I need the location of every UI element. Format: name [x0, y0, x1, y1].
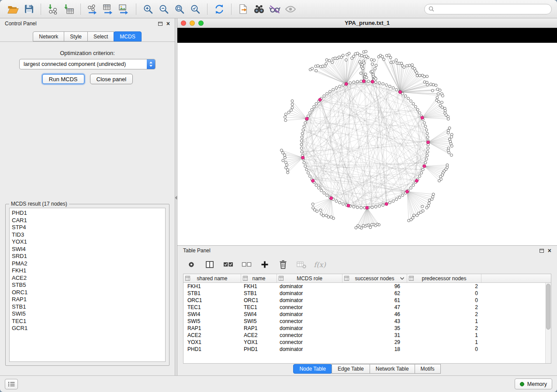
mcds-result-item[interactable]: TEC1	[12, 318, 165, 325]
mcds-result-item[interactable]: SWI5	[12, 310, 165, 318]
mcds-result-item[interactable]: STP4	[12, 224, 165, 231]
table-cell	[481, 346, 551, 353]
table-cell: 31	[343, 332, 407, 339]
export-network-button[interactable]	[85, 2, 100, 16]
table-row[interactable]: SWI4SWI4dominator462	[183, 311, 551, 318]
table-cell	[481, 325, 551, 332]
mcds-result-item[interactable]: PHD1	[12, 210, 165, 217]
zoom-selected-button[interactable]	[187, 2, 203, 16]
zoom-out-button[interactable]	[156, 2, 172, 16]
close-window-button[interactable]	[181, 21, 186, 26]
table-row[interactable]: TEC1TEC1connector472	[183, 304, 551, 311]
tab-mcds[interactable]: MCDS	[114, 31, 141, 41]
toolbar-separator	[41, 3, 41, 15]
table-row[interactable]: STB1STB1dominator620	[183, 290, 551, 297]
table-settings-button[interactable]	[185, 258, 197, 271]
table-row[interactable]: RAP1RAP1dominator352	[183, 325, 551, 332]
network-graph[interactable]	[177, 43, 557, 245]
minimize-window-button[interactable]	[190, 21, 195, 26]
zoom-in-button[interactable]	[140, 2, 156, 16]
column-header-predecessor-nodes[interactable]: predecessor nodes	[407, 274, 481, 282]
search-network-button[interactable]	[251, 2, 267, 16]
run-mcds-button[interactable]: Run MCDS	[42, 74, 85, 84]
plus-icon	[260, 260, 269, 269]
mcds-result-list[interactable]: PHD1CAR1STP4TID3YOX1SWI4SRD1PMA2FKH1ACE2…	[9, 208, 166, 362]
import-network-button[interactable]	[45, 2, 61, 16]
control-panel-title: Control Panel	[5, 21, 37, 27]
close-panel-icon[interactable]: ×	[166, 21, 170, 26]
mcds-result-item[interactable]: RAP1	[12, 296, 165, 303]
tab-select[interactable]: Select	[87, 31, 114, 41]
close-panel-button[interactable]: Close panel	[90, 74, 133, 84]
memory-button[interactable]: Memory	[515, 378, 552, 389]
table-cell: 2	[407, 325, 481, 332]
table-row[interactable]: FKH1FKH1dominator962	[183, 283, 551, 290]
tab-network[interactable]: Network	[33, 31, 64, 41]
mcds-result-item[interactable]: PMA2	[12, 260, 165, 268]
scrollbar-thumb[interactable]	[546, 284, 550, 330]
tab-edge-table[interactable]: Edge Table	[332, 364, 370, 374]
mcds-result-item[interactable]: ORC1	[12, 289, 165, 296]
application-window: Control Panel × Network Style Select MCD…	[0, 0, 557, 392]
tab-node-table[interactable]: Node Table	[293, 364, 332, 374]
network-canvas[interactable]	[177, 43, 557, 245]
mcds-result-item[interactable]: SWI4	[12, 246, 165, 253]
unselect-all-columns-button[interactable]	[240, 258, 253, 271]
column-header-mcds-role[interactable]: MCDS role	[277, 274, 343, 282]
float-panel-icon[interactable]	[540, 249, 544, 253]
mcds-result-item[interactable]: STB1	[12, 303, 165, 311]
refresh-button[interactable]	[211, 2, 227, 16]
search-input[interactable]	[437, 6, 547, 12]
table-scrollbar[interactable]	[545, 283, 551, 363]
table-panel-tabs: Node Table Edge Table Network Table Moti…	[177, 362, 557, 375]
table-row[interactable]: SWI5SWI5connector431	[183, 318, 551, 325]
column-header-name[interactable]: name	[241, 274, 277, 282]
export-table-button[interactable]	[100, 2, 116, 16]
zoom-fit-button[interactable]	[172, 2, 187, 16]
table-cell: SWI5	[241, 318, 277, 325]
mcds-result-item[interactable]: SRD1	[12, 253, 165, 260]
create-column-button[interactable]	[259, 258, 271, 271]
tab-style[interactable]: Style	[64, 31, 88, 41]
column-header-successor-nodes[interactable]: successor nodes	[343, 274, 407, 282]
column-grid-icon	[185, 276, 190, 281]
select-all-columns-button[interactable]	[222, 258, 234, 271]
column-grid-icon	[344, 276, 349, 281]
maximize-window-button[interactable]	[198, 21, 204, 26]
mcds-result-item[interactable]: TID3	[12, 231, 165, 239]
table-cell: SWI5	[183, 318, 241, 325]
search-box[interactable]	[424, 4, 552, 14]
float-panel-icon[interactable]	[158, 22, 163, 26]
show-hide-glasses-button[interactable]	[267, 2, 283, 16]
table-row[interactable]: ORC1ORC1dominator610	[183, 297, 551, 304]
mcds-result-item[interactable]: CAR1	[12, 217, 165, 224]
criterion-dropdown[interactable]: largest connected component (undirected)	[19, 59, 156, 69]
panel-menu-button[interactable]	[5, 379, 18, 389]
tab-network-table[interactable]: Network Table	[370, 364, 415, 374]
mcds-result-item[interactable]: YOX1	[12, 238, 165, 246]
save-session-button[interactable]	[21, 2, 37, 16]
table-row[interactable]: PHD1PHD1dominator180	[183, 346, 551, 353]
mcds-result-item[interactable]: ACE2	[12, 275, 165, 282]
delete-column-button[interactable]	[277, 258, 289, 271]
show-columns-button[interactable]	[204, 258, 216, 271]
export-image-button[interactable]	[116, 2, 132, 16]
mcds-result-group: MCDS result (17 nodes) PHD1CAR1STP4TID3Y…	[5, 204, 170, 366]
close-panel-icon[interactable]: ×	[548, 248, 551, 253]
table-row[interactable]: ACE2ACE2connector311	[183, 332, 551, 339]
column-header-shared-name[interactable]: shared name	[183, 274, 241, 282]
table-cell: 18	[343, 346, 407, 353]
eye-preview-button[interactable]	[283, 2, 298, 16]
open-session-button[interactable]	[5, 2, 21, 16]
mcds-result-item[interactable]: GCR1	[12, 325, 165, 332]
tab-motifs[interactable]: Motifs	[415, 364, 441, 374]
import-table-icon	[63, 4, 74, 14]
table-row[interactable]: YOX1YOX1connector291	[183, 339, 551, 346]
table-cell: SWI4	[183, 311, 241, 318]
share-document-button[interactable]	[235, 2, 251, 16]
table-cell	[481, 318, 551, 325]
import-table-button[interactable]	[61, 2, 76, 16]
mcds-result-item[interactable]: FKH1	[12, 267, 165, 275]
column-label: name	[252, 275, 265, 282]
mcds-result-item[interactable]: STB5	[12, 282, 165, 289]
